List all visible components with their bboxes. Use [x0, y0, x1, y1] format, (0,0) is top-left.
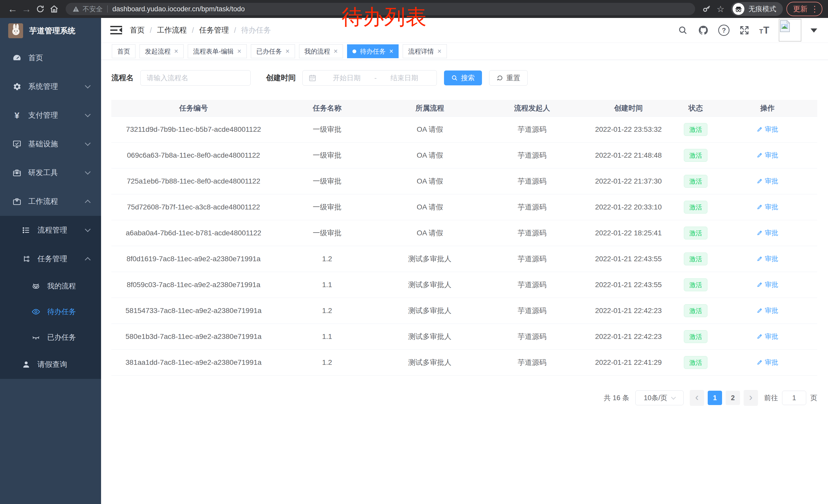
sidebar-item-home[interactable]: 首页	[0, 44, 101, 72]
start-date-placeholder[interactable]: 开始日期	[320, 73, 373, 83]
approve-button[interactable]: 审批	[757, 254, 778, 263]
approve-button[interactable]: 审批	[757, 358, 778, 367]
status-badge: 激活	[684, 304, 707, 317]
sidebar-item-todo-tasks[interactable]: 待办任务	[0, 299, 101, 325]
sidebar-item-dev-tools[interactable]: 研发工具	[0, 158, 101, 187]
approve-button[interactable]: 审批	[757, 280, 778, 289]
tasks-table: 任务编号 任务名称 所属流程 流程发起人 创建时间 状态 操作 73211d9d…	[111, 100, 817, 375]
close-icon[interactable]: ×	[334, 48, 338, 55]
tab-done-tasks[interactable]: 已办任务 ×	[251, 44, 295, 58]
incognito-label: 无痕模式	[748, 4, 776, 13]
close-icon[interactable]: ×	[174, 48, 178, 55]
approve-button[interactable]: 审批	[757, 306, 778, 315]
process-name-input[interactable]: 请输入流程名	[140, 70, 251, 86]
tab-start-process[interactable]: 发起流程 ×	[139, 44, 184, 58]
status-badge: 激活	[684, 175, 707, 188]
user-menu-caret-icon[interactable]	[811, 29, 817, 36]
breadcrumb-home[interactable]: 首页	[130, 25, 145, 35]
chevron-down-icon	[85, 83, 91, 89]
tab-process-detail[interactable]: 流程详情 ×	[403, 44, 447, 58]
sidebar-item-process-management[interactable]: 流程管理	[0, 216, 101, 244]
pen-icon	[757, 178, 763, 184]
robot-icon	[31, 281, 41, 291]
page-header: 首页 / 工作流程 / 任务管理 / 待办任务	[101, 18, 828, 43]
page-button-1[interactable]: 1	[708, 391, 722, 405]
tab-home[interactable]: 首页	[112, 44, 135, 58]
end-date-placeholder[interactable]: 结束日期	[378, 73, 431, 83]
browser-menu-icon[interactable]: ⋮	[811, 5, 819, 13]
bookmark-star-icon[interactable]: ☆	[714, 2, 728, 16]
status-badge: 激活	[684, 227, 707, 239]
approve-button[interactable]: 审批	[757, 177, 778, 186]
browser-forward-icon[interactable]: →	[19, 2, 33, 16]
github-icon[interactable]	[698, 25, 709, 36]
sidebar-item-label: 已办任务	[47, 332, 76, 342]
workflow-submenu: 流程管理 任务管理	[0, 216, 101, 379]
prev-page-button[interactable]: ‹	[690, 390, 704, 406]
pen-icon	[757, 256, 763, 262]
sidebar-collapse-icon[interactable]	[110, 25, 122, 35]
sidebar-item-system[interactable]: 系统管理	[0, 72, 101, 101]
col-process: 所属流程	[379, 100, 482, 117]
pager: ‹ 1 2 ›	[690, 390, 758, 406]
tab-bar: 首页 发起流程 × 流程表单-编辑 × 已办任务 × 我的流程 ×	[101, 43, 828, 60]
browser-update-button[interactable]: 更新 ⋮	[786, 2, 822, 16]
fullscreen-icon[interactable]	[739, 25, 750, 36]
breadcrumb-workflow[interactable]: 工作流程	[157, 25, 187, 35]
list-icon	[21, 225, 31, 235]
col-create-time: 创建时间	[583, 100, 674, 117]
url-text[interactable]: dashboard.yudao.iocoder.cn/bpm/task/todo	[112, 5, 245, 13]
sidebar-item-my-process[interactable]: 我的流程	[0, 273, 101, 299]
next-page-button[interactable]: ›	[744, 390, 758, 406]
approve-button[interactable]: 审批	[757, 332, 778, 341]
sidebar-item-label: 我的流程	[47, 281, 76, 291]
font-size-icon[interactable]: TT	[759, 25, 770, 36]
briefcase-icon	[12, 196, 22, 207]
help-icon[interactable]: ?	[718, 25, 730, 36]
logo-avatar	[8, 23, 23, 38]
sidebar-item-done-tasks[interactable]: 已办任务	[0, 325, 101, 350]
search-icon[interactable]	[677, 25, 689, 36]
date-range-picker[interactable]: 开始日期 - 结束日期	[302, 70, 437, 86]
yen-icon: ¥	[12, 110, 22, 121]
browser-reload-icon[interactable]	[33, 2, 47, 16]
page-size-select[interactable]: 10条/页	[635, 391, 684, 405]
pen-icon	[757, 126, 763, 132]
close-icon[interactable]: ×	[389, 48, 393, 55]
close-icon[interactable]: ×	[437, 48, 442, 55]
pagination: 共 16 条 10条/页 ‹ 1 2 › 前往 页	[111, 390, 817, 406]
approve-button[interactable]: 审批	[757, 202, 778, 212]
close-icon[interactable]: ×	[286, 48, 290, 55]
sidebar-item-leave-query[interactable]: 请假查询	[0, 350, 101, 379]
approve-button[interactable]: 审批	[757, 151, 778, 160]
sidebar-item-workflow[interactable]: 工作流程	[0, 187, 101, 216]
pen-icon	[757, 230, 763, 236]
tab-todo-tasks[interactable]: 待办任务 ×	[347, 44, 399, 58]
password-key-icon[interactable]	[700, 2, 714, 16]
browser-back-icon[interactable]: ←	[6, 2, 19, 16]
tab-my-process[interactable]: 我的流程 ×	[299, 44, 343, 58]
sidebar-item-payment[interactable]: ¥ 支付管理	[0, 101, 101, 130]
approve-button[interactable]: 审批	[757, 228, 778, 237]
search-button[interactable]: 搜索	[444, 71, 482, 85]
table-row: 8f0d1619-7ac8-11ec-a9e2-a2380e71991a 1.2…	[111, 246, 817, 272]
date-range-separator: -	[374, 74, 377, 82]
breadcrumb-task-management[interactable]: 任务管理	[199, 25, 229, 35]
status-badge: 激活	[684, 278, 707, 291]
status-badge: 激活	[684, 123, 707, 136]
user-avatar-broken-image[interactable]	[779, 19, 801, 42]
site-security[interactable]: 不安全	[72, 5, 102, 13]
page-unit-label: 页	[810, 393, 817, 403]
reset-button[interactable]: 重置	[489, 70, 528, 86]
tab-process-form-edit[interactable]: 流程表单-编辑 ×	[188, 44, 247, 58]
page-button-2[interactable]: 2	[726, 391, 740, 405]
goto-page-input[interactable]	[782, 391, 806, 405]
approve-button[interactable]: 审批	[757, 125, 778, 134]
table-row: 73211d9d-7b9b-11ec-b5b7-acde48001122 一级审…	[111, 117, 817, 142]
sidebar-item-infrastructure[interactable]: 基础设施	[0, 130, 101, 158]
breadcrumb: 首页 / 工作流程 / 任务管理 / 待办任务	[130, 25, 271, 35]
pen-icon	[757, 204, 763, 210]
browser-home-icon[interactable]	[47, 2, 61, 16]
close-icon[interactable]: ×	[237, 48, 241, 55]
sidebar-item-task-management[interactable]: 任务管理	[0, 244, 101, 273]
